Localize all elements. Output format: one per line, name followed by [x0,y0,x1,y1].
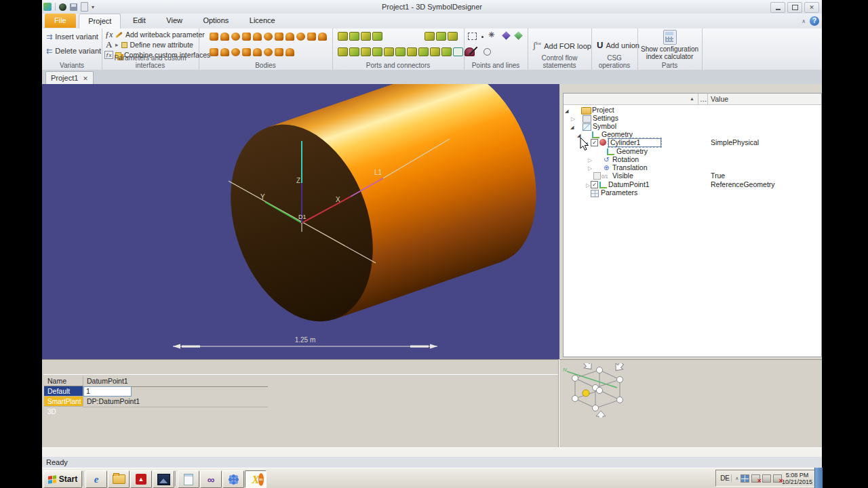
body-shape-icon[interactable] [318,33,327,41]
taskbar-visual-studio-button[interactable]: ∞ [200,470,222,488]
body-shape-icon[interactable] [307,33,316,41]
table-row-smartplant[interactable]: SmartPlant 3D DP:DatumPoint1 [44,396,268,407]
port-tool-icon[interactable] [361,32,371,41]
connector-tool-icon[interactable] [372,47,382,56]
language-indicator[interactable]: DE [719,474,732,482]
close-button[interactable]: ✕ [804,2,819,13]
table-row-default[interactable]: Default 1 [44,386,268,396]
checkbox-checked[interactable]: ✓ [591,181,598,188]
fx-icon[interactable]: ƒx [105,30,113,40]
help-icon[interactable]: ? [810,16,819,26]
taskbar-acrobat-button[interactable]: ▲ [130,470,152,488]
taskbar-ie-button[interactable]: e [85,470,107,488]
orientation-cube-widget[interactable]: N [561,363,629,418]
port-tool-icon[interactable] [338,32,348,41]
checkbox-checked[interactable]: ✓ [591,139,598,146]
taskbar-notepad-button[interactable] [178,470,199,488]
hidden-icons-chevron[interactable]: ∧ [735,476,738,481]
connector-tool-icon[interactable] [384,47,394,56]
body-shape-icon[interactable] [296,33,305,41]
circle-icon[interactable] [484,48,491,56]
tree-label[interactable]: Visible [612,171,633,180]
project-tree-panel[interactable]: ▲ … Value ◢ Project ▷ Settings ◢ Symbol … [563,93,822,357]
tray-audio-icon[interactable]: ✕ [773,474,782,483]
document-tab[interactable]: Project1✕ [45,71,94,84]
connector-tool-icon[interactable] [430,47,440,56]
tree-label[interactable]: Parameters [601,188,637,197]
tab-edit[interactable]: Edit [124,14,155,28]
node-name-edit-field[interactable]: Cylinder1 [608,138,661,147]
tree-row-cylinder1[interactable]: ◢ ✓ Cylinder1 SimplePhysical [564,138,821,147]
cylinder-solid[interactable] [206,84,559,341]
insert-variant-button[interactable]: ⇉ Insert variant [46,33,98,41]
close-tab-icon[interactable]: ✕ [83,75,88,82]
port-tool-icon[interactable] [349,32,359,41]
port-tool-icon[interactable] [372,32,382,41]
body-shape-icon[interactable] [231,48,240,56]
cog-point-icon[interactable]: ✳ [488,30,494,39]
tray-windows-icon[interactable] [741,474,749,483]
attribute-a-icon[interactable]: A [106,39,112,50]
tab-licence[interactable]: Licence [241,14,284,28]
restore-button[interactable] [787,2,802,13]
add-union-button[interactable]: U Add union [597,40,639,50]
taskbar-explorer-button[interactable] [108,470,130,488]
selection-polygon-icon[interactable] [468,33,477,40]
body-shape-icon[interactable] [242,33,251,41]
corner-nodes[interactable] [572,367,623,411]
taskbar-flower-app-button[interactable] [222,470,244,488]
body-shape-icon[interactable] [285,33,294,41]
add-for-loop-button[interactable]: ʃfor Add FOR loop [533,41,591,51]
purple-diamond-icon[interactable] [502,31,511,40]
add-writeback-button[interactable]: Add writeback parameter [115,30,205,39]
tree-row-parameters[interactable]: Parameters [564,188,821,197]
tab-options[interactable]: Options [194,14,237,28]
smartplant-row-label[interactable]: SmartPlant 3D [44,396,83,407]
taskbar-symboldesigner-button[interactable]: X [245,470,267,488]
configuration-calculator-icon[interactable] [663,30,677,45]
connector-tool-icon[interactable] [407,47,417,56]
clock[interactable]: 5:08 PM 10/21/2015 [782,472,812,485]
sort-icon[interactable]: ▲ [690,94,694,104]
body-shape-icon[interactable] [210,48,218,56]
dots-column-header[interactable]: … [700,94,707,104]
body-shape-icon[interactable] [264,48,273,56]
tab-file[interactable]: File [45,14,76,28]
body-shape-icon[interactable] [275,48,283,56]
connector-tool-icon[interactable] [395,47,406,56]
start-button[interactable]: Start [43,470,82,488]
body-shape-icon[interactable] [253,48,262,56]
smartplant-value[interactable]: DP:DatumPoint1 [83,396,268,407]
connector-tool-icon[interactable] [338,47,348,56]
checkbox-dimmed[interactable] [593,172,601,180]
tree-row-visible[interactable]: 0/1 Visible True [564,171,821,180]
line-icon[interactable] [469,47,477,55]
body-shape-icon[interactable] [220,48,229,56]
3d-viewport[interactable]: Z Y X L1 D1 1.25 m [42,84,559,359]
show-config-calculator-button[interactable]: Show configuration index calculator [639,45,701,60]
taskbar-photo-viewer-button[interactable] [153,470,174,488]
tray-sync-icon[interactable] [762,474,771,483]
point-icon[interactable] [481,36,484,38]
body-shape-icon[interactable] [264,33,273,41]
body-shape-icon[interactable] [231,33,240,41]
connector-tool-icon[interactable] [441,47,452,56]
connector-tool-icon[interactable] [349,47,359,56]
connector-tool-icon[interactable] [418,47,429,56]
value-column-header[interactable]: Value [711,94,728,104]
default-value-input[interactable]: 1 [83,386,132,396]
tab-project[interactable]: Project [79,14,121,28]
port-tool-icon[interactable] [436,32,446,41]
port-tool-icon[interactable] [425,32,435,41]
collapse-ribbon-icon[interactable]: ∧ [802,18,806,24]
green-diamond-icon[interactable] [514,31,523,40]
tab-view[interactable]: View [157,14,191,28]
body-shape-icon[interactable] [242,48,251,56]
tray-network-icon[interactable]: ✕ [751,474,760,483]
body-shape-icon[interactable] [253,33,262,41]
title-bar[interactable]: ▾ Project1 - 3D SymbolDesigner ✕ [42,0,822,14]
default-row-label[interactable]: Default [44,386,83,396]
port-tool-icon[interactable] [448,32,458,41]
body-shape-icon[interactable] [285,48,294,56]
body-shape-icon[interactable] [220,33,229,41]
